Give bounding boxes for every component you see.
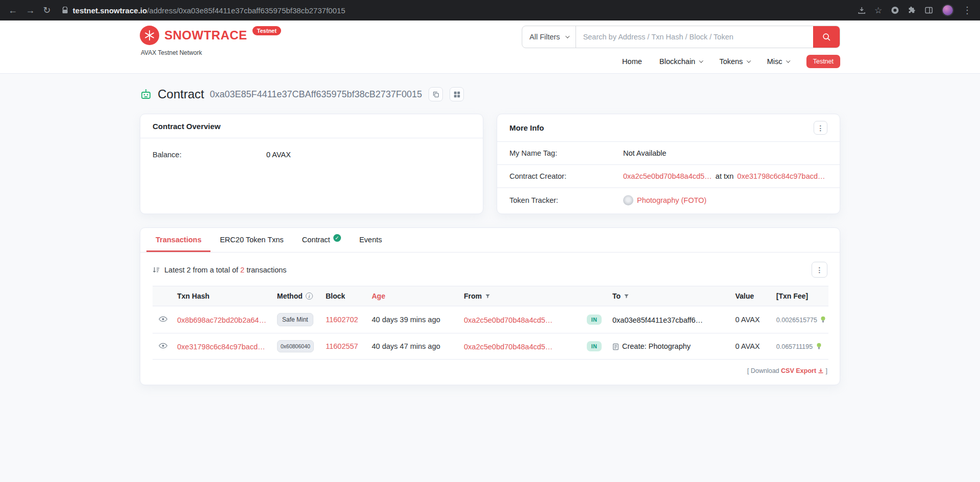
- col-method: Method: [277, 292, 303, 300]
- url-path: /address/0xa03e85f4411e37cbaff635975bf38…: [147, 6, 345, 15]
- kebab-icon: ⋮: [817, 124, 824, 132]
- side-panel-icon[interactable]: [925, 6, 933, 14]
- page-title-row: Contract 0xa03E85F4411e37CBAff635975bf38…: [140, 87, 840, 101]
- direction-in-badge: IN: [587, 315, 602, 325]
- nav-tokens[interactable]: Tokens: [719, 57, 750, 66]
- method-badge: Safe Mint: [277, 313, 313, 326]
- copy-icon: [433, 91, 439, 98]
- table-header-row: Txn Hash Methodi Block Age From To Value…: [153, 286, 828, 306]
- kebab-icon: ⋮: [816, 266, 823, 274]
- csv-export-row: [ Download CSV Export ]: [153, 367, 827, 374]
- nav-misc[interactable]: Misc: [767, 57, 789, 66]
- col-value: Value: [735, 292, 754, 300]
- name-tag-label: My Name Tag:: [509, 149, 623, 157]
- snowtrace-logo-icon: [140, 26, 159, 45]
- col-txn-hash: Txn Hash: [177, 292, 209, 300]
- age-text: 40 days 39 mins ago: [372, 316, 440, 324]
- preview-txn-eye-icon[interactable]: [159, 343, 167, 349]
- txn-summary-suffix: transactions: [244, 266, 286, 274]
- filter-funnel-icon[interactable]: [624, 294, 629, 299]
- table-row: 0x8b698ac72bd20b2a64… Safe Mint 11602702…: [153, 306, 828, 333]
- tab-transactions[interactable]: Transactions: [146, 228, 210, 252]
- balance-value: 0 AVAX: [266, 151, 291, 159]
- creator-address-link[interactable]: 0xa2c5e0bd70b48a4cd5…: [623, 172, 712, 180]
- browser-chrome: ← → ↻ testnet.snowtrace.io/address/0xa03…: [0, 0, 980, 20]
- from-address-link[interactable]: 0xa2c5e0bd70b48a4cd5…: [464, 343, 552, 351]
- lock-icon: [62, 7, 68, 14]
- txn-fee-text: 0.0026515775: [776, 317, 817, 324]
- nav-blockchain[interactable]: Blockchain: [659, 57, 702, 66]
- tab-erc20-token-txns[interactable]: ERC20 Token Txns: [210, 228, 292, 252]
- creation-txn-link[interactable]: 0xe31798c6c84c97bacd…: [737, 172, 825, 180]
- chevron-down-icon: [786, 58, 790, 62]
- download-csv-icon[interactable]: [818, 368, 824, 374]
- gas-lightbulb-icon: [816, 343, 822, 350]
- contract-create-icon: [612, 343, 619, 350]
- brand-logo[interactable]: SNOWTRACE Testnet: [140, 26, 281, 45]
- site-header: SNOWTRACE Testnet AVAX Testnet Network A…: [0, 20, 980, 74]
- table-row: 0xe31798c6c84c97bacd… 0x60806040 1160255…: [153, 333, 828, 360]
- transactions-table: Txn Hash Methodi Block Age From To Value…: [153, 286, 828, 360]
- tab-contract[interactable]: Contract✓: [293, 228, 350, 252]
- search-button[interactable]: [813, 26, 840, 48]
- token-tracker-link[interactable]: Photography (FOTO): [637, 196, 707, 204]
- tab-bar: Transactions ERC20 Token Txns Contract✓ …: [140, 228, 840, 253]
- value-text: 0 AVAX: [735, 342, 760, 350]
- browser-back-icon[interactable]: ←: [8, 6, 17, 15]
- block-link[interactable]: 11602557: [326, 342, 358, 350]
- age-text: 40 days 47 mins ago: [372, 342, 440, 350]
- extensions-puzzle-icon[interactable]: [908, 6, 916, 14]
- browser-reload-icon[interactable]: ↻: [43, 6, 51, 15]
- search-bar: All Filters: [522, 26, 840, 48]
- preview-txn-eye-icon[interactable]: [159, 316, 167, 322]
- from-address-link[interactable]: 0xa2c5e0bd70b48a4cd5…: [464, 316, 552, 324]
- txn-fee-text: 0.065711195: [776, 343, 813, 350]
- creator-at-txn-text: at txn: [715, 172, 733, 180]
- csv-suffix: ]: [824, 367, 827, 374]
- tab-events[interactable]: Events: [350, 228, 391, 252]
- table-options-button[interactable]: ⋮: [812, 262, 827, 278]
- contract-address: 0xa03E85F4411e37CBAff635975bf38cB2737F00…: [210, 89, 422, 100]
- browser-menu-icon[interactable]: ⋮: [963, 6, 972, 15]
- txn-hash-link[interactable]: 0xe31798c6c84c97bacd…: [177, 343, 265, 351]
- search-input[interactable]: [576, 26, 813, 48]
- network-switch-button[interactable]: Testnet: [806, 55, 840, 68]
- brand-testnet-badge: Testnet: [252, 26, 281, 35]
- network-label: AVAX Testnet Network: [141, 49, 281, 56]
- brand-name: SNOWTRACE: [164, 28, 247, 43]
- balance-label: Balance:: [153, 151, 266, 159]
- method-badge: 0x60806040: [277, 340, 314, 352]
- bookmark-star-icon[interactable]: ☆: [875, 6, 882, 15]
- contract-robot-icon: [140, 88, 152, 100]
- col-age-sort[interactable]: Age: [372, 292, 385, 300]
- more-info-card-title: More Info: [509, 123, 544, 132]
- nav-home[interactable]: Home: [622, 57, 642, 66]
- copy-address-button[interactable]: [429, 87, 443, 101]
- address-qr-button[interactable]: [450, 87, 464, 101]
- csv-prefix: [ Download: [747, 367, 781, 374]
- browser-forward-icon[interactable]: →: [26, 6, 35, 15]
- more-info-menu-button[interactable]: ⋮: [814, 121, 827, 135]
- txn-hash-link[interactable]: 0x8b698ac72bd20b2a64…: [177, 316, 266, 324]
- overview-card-title: Contract Overview: [153, 122, 221, 131]
- value-text: 0 AVAX: [735, 316, 760, 324]
- filter-funnel-icon[interactable]: [485, 294, 491, 299]
- profile-avatar[interactable]: [942, 4, 954, 16]
- csv-export-link[interactable]: CSV Export: [781, 367, 816, 374]
- name-tag-value: Not Available: [623, 149, 666, 157]
- address-bar[interactable]: testnet.snowtrace.io/address/0xa03e85f44…: [62, 6, 849, 15]
- download-icon[interactable]: [858, 6, 866, 14]
- chevron-down-icon: [747, 58, 751, 62]
- search-filter-select[interactable]: All Filters: [522, 26, 576, 48]
- col-block: Block: [326, 292, 345, 300]
- token-logo-icon: [623, 195, 633, 205]
- block-link[interactable]: 11602702: [326, 316, 358, 324]
- chevron-down-icon: [699, 58, 703, 62]
- col-to: To: [612, 292, 621, 300]
- col-from: From: [464, 292, 482, 300]
- direction-in-badge: IN: [587, 341, 602, 351]
- chevron-down-icon: [565, 34, 569, 38]
- more-info-card: More Info ⋮ My Name Tag: Not Available C…: [497, 114, 840, 214]
- info-icon[interactable]: i: [306, 292, 313, 300]
- extension-icon[interactable]: [891, 6, 899, 14]
